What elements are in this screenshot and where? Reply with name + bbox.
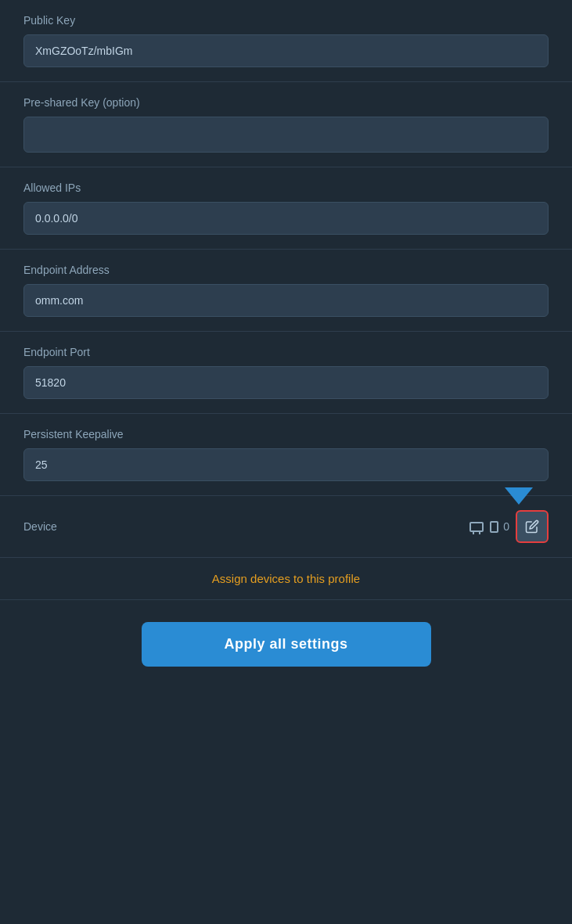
device-group: Device 0 — [0, 496, 572, 558]
preshared-key-group: Pre-shared Key (option) — [0, 82, 572, 167]
pencil-icon — [525, 520, 539, 534]
main-container: Public Key Pre-shared Key (option) Allow… — [0, 0, 572, 924]
device-label: Device — [23, 520, 57, 533]
device-right: 0 — [469, 510, 549, 543]
endpoint-address-group: Endpoint Address — [0, 250, 572, 332]
keepalive-input[interactable] — [23, 448, 549, 481]
keepalive-group: Persistent Keepalive — [0, 414, 572, 496]
chevron-down-icon[interactable] — [505, 487, 533, 505]
apply-all-button[interactable]: Apply all settings — [142, 622, 431, 667]
allowed-ips-group: Allowed IPs — [0, 167, 572, 250]
keepalive-wrapper — [23, 448, 549, 481]
allowed-ips-label: Allowed IPs — [23, 182, 549, 194]
assign-devices-link[interactable]: Assign devices to this profile — [212, 572, 360, 585]
keepalive-label: Persistent Keepalive — [23, 428, 549, 440]
endpoint-address-label: Endpoint Address — [23, 264, 549, 276]
public-key-group: Public Key — [0, 0, 572, 82]
device-count: 0 — [503, 520, 509, 533]
endpoint-address-input[interactable] — [23, 284, 549, 317]
endpoint-port-label: Endpoint Port — [23, 346, 549, 358]
preshared-key-input[interactable] — [23, 117, 549, 153]
edit-button[interactable] — [516, 510, 549, 543]
allowed-ips-input[interactable] — [23, 202, 549, 235]
endpoint-port-input[interactable] — [23, 366, 549, 399]
assign-devices-group: Assign devices to this profile — [0, 558, 572, 600]
tablet-icon — [490, 521, 498, 533]
public-key-label: Public Key — [23, 14, 549, 27]
preshared-key-label: Pre-shared Key (option) — [23, 96, 549, 109]
public-key-input[interactable] — [23, 34, 549, 67]
endpoint-port-group: Endpoint Port — [0, 332, 572, 414]
monitor-icon — [469, 522, 484, 532]
device-icons: 0 — [469, 520, 509, 533]
apply-button-group: Apply all settings — [0, 600, 572, 689]
